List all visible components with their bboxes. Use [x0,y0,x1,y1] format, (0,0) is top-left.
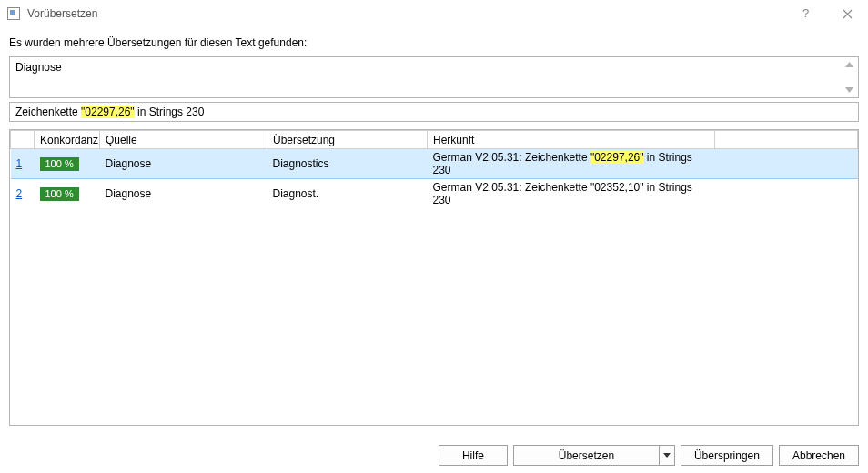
row-source: Diagnose [100,179,267,209]
row-target: Diagnost. [267,179,428,209]
translate-split-button: Übersetzen [513,445,675,466]
app-icon [7,7,20,20]
close-button[interactable] [827,0,868,27]
row-number-link[interactable]: 2 [16,187,23,200]
source-text: Diagnose [15,61,62,74]
chevron-down-icon [663,453,671,458]
context-bar: Zeichenkette "02297,26" in Strings 230 [9,102,859,122]
titlebar: Vorübersetzen ? [0,0,868,27]
svg-text:?: ? [802,7,809,20]
col-header-origin[interactable]: Herkunft [428,131,715,149]
row-number-link[interactable]: 1 [16,157,23,170]
help-action-button[interactable]: Hilfe [439,445,508,466]
intro-text: Es wurden mehrere Übersetzungen für dies… [9,36,859,49]
skip-button[interactable]: Überspringen [681,445,773,466]
context-suffix: in Strings 230 [135,106,205,118]
cancel-button[interactable]: Abbrechen [779,445,859,466]
match-badge: 100 % [40,157,79,171]
source-text-box: Diagnose [9,56,859,98]
col-header-source[interactable]: Quelle [100,131,267,149]
dialog-content: Es wurden mehrere Übersetzungen für dies… [0,27,868,426]
results-grid: Konkordanz Quelle Übersetzung Herkunft 1… [9,129,859,426]
col-header-num[interactable] [11,131,35,149]
col-header-match[interactable]: Konkordanz [35,131,100,149]
row-source: Diagnose [100,149,267,179]
grid-header: Konkordanz Quelle Übersetzung Herkunft [11,131,858,149]
row-target: Diagnostics [267,149,428,179]
scroll-down-icon[interactable] [843,85,856,96]
table-row[interactable]: 1100 %DiagnoseDiagnosticsGerman V2.05.31… [11,149,858,179]
row-origin: German V2.05.31: Zeichenkette "02352,10"… [428,179,715,209]
context-highlight: "02297,26" [81,106,135,118]
translate-dropdown[interactable] [659,445,675,466]
context-prefix: Zeichenkette [15,106,81,118]
table-row[interactable]: 2100 %DiagnoseDiagnost.German V2.05.31: … [11,179,858,209]
col-header-spare[interactable] [715,131,858,149]
source-scroll [843,57,856,97]
scroll-up-icon[interactable] [843,59,856,70]
window-title: Vorübersetzen [27,7,97,20]
help-button[interactable]: ? [786,0,827,27]
match-badge: 100 % [40,187,79,201]
col-header-target[interactable]: Übersetzung [267,131,428,149]
row-origin: German V2.05.31: Zeichenkette "02297,26"… [428,149,715,179]
button-row: Hilfe Übersetzen Überspringen Abbrechen [0,445,868,466]
translate-button[interactable]: Übersetzen [513,445,659,466]
